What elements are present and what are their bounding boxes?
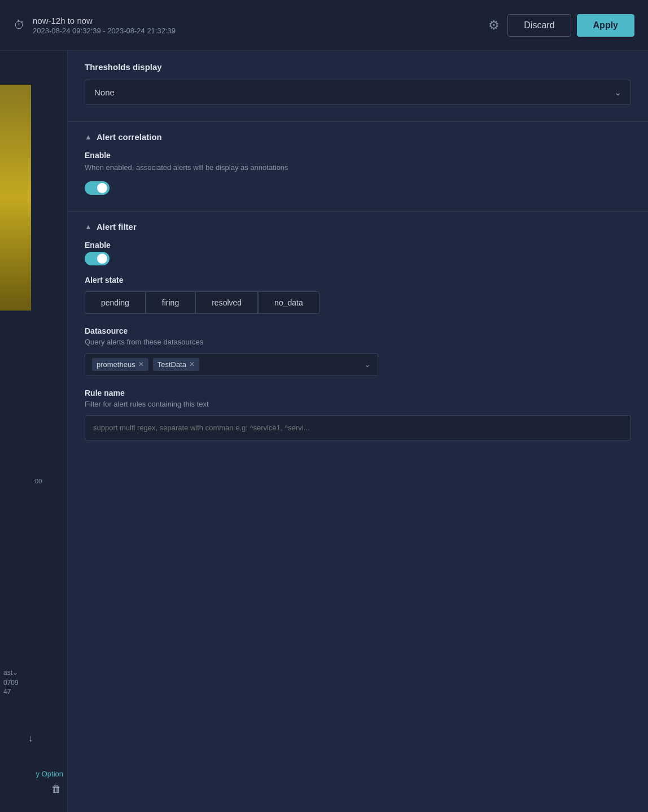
header: ⏱ now-12h to now 2023-08-24 09:32:39 - 2… [0,0,648,51]
datasource-chevron-icon: ⌄ [364,360,371,369]
state-btn-pending[interactable]: pending [85,291,146,314]
left-num2: 47 [3,688,64,696]
thresholds-dropdown[interactable]: None ⌄ [85,80,631,105]
alert-correlation-enable-description: When enabled, associated alerts will be … [85,162,631,173]
time-range-dates: 2023-08-24 09:32:39 - 2023-08-24 21:32:3… [33,27,176,35]
header-right: ⚙ Discard Apply [488,14,634,37]
alert-filter-section: ▲ Alert filter Enable Alert state pendin… [68,212,648,456]
arrow-down-icon: ↓ [28,732,33,744]
left-side-info: ast⌄ 0709 47 [0,665,68,699]
rule-name-label: Rule name [85,388,631,398]
alert-correlation-title: Alert correlation [97,132,162,142]
chart-color-bar [0,85,31,311]
left-label-00: :00 [31,478,42,484]
apply-button[interactable]: Apply [577,14,634,37]
thresholds-dropdown-value: None [94,88,115,97]
datasource-label: Datasource [85,326,631,335]
thresholds-display-label: Thresholds display [85,62,631,72]
y-option-label: y Option [0,769,68,778]
time-info: now-12h to now 2023-08-24 09:32:39 - 202… [33,16,176,35]
chevron-up-icon-2: ▲ [85,222,92,231]
alert-state-label: Alert state [85,276,631,285]
header-left: ⏱ now-12h to now 2023-08-24 09:32:39 - 2… [14,16,176,35]
chevron-down-icon: ⌄ [614,87,621,98]
toggle-thumb [97,183,107,193]
alert-filter-enable-label: Enable [85,241,631,250]
alert-correlation-header[interactable]: ▲ Alert correlation [85,122,631,151]
tag-prometheus: prometheus ✕ [92,358,148,371]
alert-correlation-toggle[interactable] [85,181,110,195]
thresholds-section: Thresholds display None ⌄ [68,51,648,121]
alert-filter-title: Alert filter [97,222,137,232]
alert-filter-header[interactable]: ▲ Alert filter [85,212,631,241]
left-num1: 0709 [3,679,64,687]
delete-icon-container: 🗑 [51,783,62,795]
state-buttons: pending firing resolved no_data [85,291,631,314]
y-option-text[interactable]: y Option [36,770,63,778]
tag-testdata-close[interactable]: ✕ [189,360,195,368]
datasource-input[interactable]: prometheus ✕ TestData ✕ ⌄ [85,353,378,376]
state-btn-firing[interactable]: firing [146,291,195,314]
tag-prometheus-label: prometheus [97,360,135,369]
alert-correlation-toggle-container [85,181,631,195]
tag-testdata: TestData ✕ [153,358,199,371]
alert-filter-toggle-container [85,252,631,265]
gear-icon[interactable]: ⚙ [488,18,500,33]
right-panel: Thresholds display None ⌄ ▲ Alert correl… [68,51,648,812]
alert-correlation-section: ▲ Alert correlation Enable When enabled,… [68,122,648,211]
tag-prometheus-close[interactable]: ✕ [138,360,144,368]
datasource-description: Query alerts from these datasources [85,338,631,346]
toggle-thumb-2 [97,254,107,264]
tag-testdata-label: TestData [157,360,186,369]
discard-button[interactable]: Discard [507,14,571,37]
time-range-label: now-12h to now [33,16,176,25]
chevron-up-icon: ▲ [85,133,92,141]
rule-name-input[interactable] [85,415,631,440]
rule-name-description: Filter for alert rules containing this t… [85,400,631,408]
state-btn-no-data[interactable]: no_data [258,291,319,314]
clock-icon: ⏱ [14,19,25,32]
left-panel: :00 ast⌄ 0709 47 ↓ y Option 🗑 [0,51,68,812]
main-layout: :00 ast⌄ 0709 47 ↓ y Option 🗑 Thresholds… [0,51,648,812]
alert-filter-toggle[interactable] [85,252,110,265]
state-btn-resolved[interactable]: resolved [195,291,258,314]
left-ast: ast⌄ [3,669,64,676]
trash-icon[interactable]: 🗑 [51,783,62,794]
alert-correlation-enable-label: Enable [85,151,631,160]
